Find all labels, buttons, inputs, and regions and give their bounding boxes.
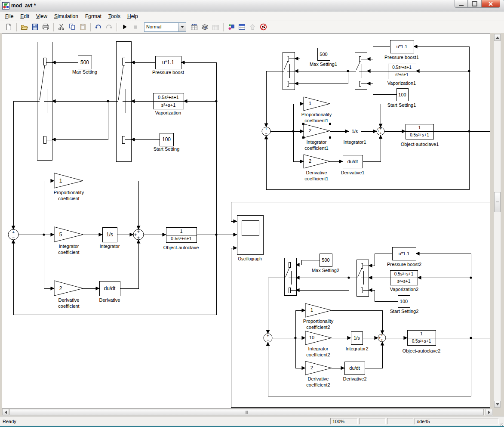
scope-oscillograph-block[interactable] bbox=[237, 215, 263, 254]
scroll-left-button[interactable] bbox=[2, 409, 9, 415]
prop-coeff-value[interactable]: 1 bbox=[55, 176, 66, 186]
go-to-parent-button[interactable] bbox=[248, 22, 257, 32]
vaporization1-denominator[interactable]: s²+s+1 bbox=[388, 71, 415, 78]
derivative2-value[interactable]: du/dt bbox=[344, 362, 365, 374]
switch-e-block[interactable] bbox=[284, 258, 296, 295]
vertical-scroll-thumb[interactable] bbox=[494, 192, 501, 212]
integrator1-value[interactable]: 1/s bbox=[349, 125, 361, 138]
integrator2-value[interactable]: 1/s bbox=[351, 331, 363, 344]
switch-d-block[interactable] bbox=[355, 53, 367, 89]
deriv-coeff1-value[interactable]: 2 bbox=[305, 157, 315, 165]
new-model-button[interactable] bbox=[4, 22, 13, 32]
pressure-boost2-label: Pressure boost2 bbox=[378, 261, 430, 267]
menu-bar: File Edit View Simulation Format Tools H… bbox=[0, 12, 504, 21]
vertical-scrollbar[interactable] bbox=[494, 34, 501, 408]
vaporization-denominator[interactable]: s²+s+1 bbox=[154, 102, 183, 108]
menu-edit[interactable]: Edit bbox=[17, 12, 33, 20]
sum1-pid[interactable]: + + + bbox=[377, 127, 384, 136]
remove-highlighting-button[interactable] bbox=[259, 22, 268, 32]
scroll-down-button[interactable] bbox=[494, 401, 501, 408]
int-coeff-value[interactable]: 5 bbox=[55, 230, 66, 239]
prop-coeff2-value[interactable]: 1 bbox=[307, 306, 317, 314]
paste-button[interactable] bbox=[78, 22, 87, 32]
object-autoclave1-numerator[interactable]: 1 bbox=[406, 124, 433, 131]
horizontal-scrollbar[interactable] bbox=[2, 408, 493, 416]
switch-f-block[interactable] bbox=[356, 260, 369, 296]
title-bar[interactable]: mod_avt * bbox=[0, 0, 504, 12]
cut-button[interactable] bbox=[57, 22, 66, 32]
constant-start-setting1-value[interactable]: 100 bbox=[396, 88, 408, 101]
menu-tools[interactable]: Tools bbox=[105, 12, 124, 20]
copy-icon bbox=[68, 23, 76, 31]
menu-format[interactable]: Format bbox=[82, 12, 105, 20]
vaporization-numerator[interactable]: 0.5s²+s+1 bbox=[154, 93, 183, 101]
horizontal-scroll-thumb[interactable] bbox=[9, 409, 484, 415]
int-coeff2-value[interactable]: 10 bbox=[306, 333, 318, 342]
open-button[interactable] bbox=[20, 22, 29, 32]
object-autoclave-numerator[interactable]: 1 bbox=[166, 228, 196, 235]
int-coeff1-value[interactable]: 2 bbox=[305, 126, 315, 135]
object-autoclave1-denominator[interactable]: 0.5s²+s+1 bbox=[406, 132, 433, 138]
vaporization1-numerator[interactable]: 0.5s²+s+1 bbox=[388, 64, 415, 71]
vaporization2-denominator[interactable]: s²+s+1 bbox=[390, 278, 417, 284]
sum-main-input[interactable]: + − bbox=[8, 229, 18, 240]
sum-main-pid[interactable]: + + + bbox=[133, 229, 144, 240]
start-simulation-button[interactable] bbox=[120, 22, 129, 32]
constant-max-setting-value[interactable]: 500 bbox=[78, 56, 92, 69]
sum2-input[interactable]: + − bbox=[264, 334, 272, 342]
simulation-mode-dropdown[interactable]: Normal bbox=[144, 22, 186, 32]
deriv-coeff2-value[interactable]: 2 bbox=[307, 363, 317, 372]
object-autoclave-denominator[interactable]: 0.5s²+s+1 bbox=[166, 235, 196, 242]
menu-simulation[interactable]: Simulation bbox=[51, 12, 82, 20]
start-setting2-label: Start Setting2 bbox=[378, 308, 430, 314]
deriv-coeff-value[interactable]: 2 bbox=[55, 284, 66, 293]
toolbar-separator bbox=[53, 23, 54, 31]
sum2-pid[interactable]: + + + bbox=[378, 333, 386, 342]
pressure-boost1-value[interactable]: u*1.1 bbox=[390, 40, 414, 53]
pressure-boost2-value[interactable]: u*1.1 bbox=[392, 247, 416, 260]
stop-simulation-button[interactable] bbox=[131, 22, 140, 32]
constant-start-setting2-value[interactable]: 100 bbox=[398, 295, 410, 307]
close-button[interactable] bbox=[481, 0, 500, 8]
browser-toggle-button[interactable] bbox=[237, 22, 246, 32]
constant-max-setting2-value[interactable]: 500 bbox=[320, 254, 332, 266]
switch-c-block[interactable] bbox=[283, 52, 295, 90]
derivative-label: Derivative bbox=[88, 297, 131, 303]
svg-text:−: − bbox=[267, 338, 269, 342]
object-autoclave2-numerator[interactable]: 1 bbox=[408, 331, 435, 337]
scroll-right-button[interactable] bbox=[486, 409, 492, 415]
dropdown-button[interactable] bbox=[178, 23, 186, 31]
derivative1-value[interactable]: du/dt bbox=[343, 155, 363, 168]
debugger-button[interactable] bbox=[227, 22, 236, 32]
model-canvas[interactable]: + − + + + + − + + + bbox=[2, 34, 490, 408]
switch-a-block[interactable] bbox=[37, 42, 52, 160]
maximize-button[interactable] bbox=[468, 0, 481, 8]
model-browser-button[interactable] bbox=[211, 22, 220, 32]
vaporization2-numerator[interactable]: 0.5s²+s+1 bbox=[390, 270, 417, 277]
save-button[interactable] bbox=[31, 22, 40, 32]
toolbar-separator bbox=[117, 23, 117, 31]
update-diagram-button[interactable] bbox=[190, 22, 199, 32]
object-autoclave2-denominator[interactable]: 0.5s²+s+1 bbox=[408, 338, 435, 344]
prop-coeff-label: Proportionality coefficient bbox=[41, 189, 97, 201]
derivative-value[interactable]: du/dt bbox=[99, 281, 120, 296]
undo-button[interactable] bbox=[94, 22, 103, 32]
redo-button[interactable] bbox=[104, 22, 114, 32]
constant-max-setting1-value[interactable]: 500 bbox=[317, 48, 330, 60]
grid-disabled-icon bbox=[212, 23, 219, 31]
switch-b-block[interactable] bbox=[116, 41, 131, 161]
copy-button[interactable] bbox=[68, 22, 77, 32]
constant-start-setting-value[interactable]: 100 bbox=[160, 133, 173, 146]
menu-view[interactable]: View bbox=[33, 12, 51, 20]
minimize-button[interactable] bbox=[455, 0, 468, 8]
scroll-up-button[interactable] bbox=[494, 34, 501, 41]
sum1-input[interactable]: + − bbox=[262, 127, 270, 136]
integrator-value[interactable]: 1/s bbox=[102, 227, 117, 242]
menu-file[interactable]: File bbox=[2, 12, 17, 20]
menu-help[interactable]: Help bbox=[124, 12, 141, 20]
prop-coeff1-value[interactable]: 1 bbox=[305, 99, 315, 108]
pressure-boost-value[interactable]: u*1.1 bbox=[155, 56, 181, 69]
library-browser-button[interactable] bbox=[200, 22, 209, 32]
print-button[interactable] bbox=[41, 22, 50, 32]
pressure-boost1-label: Pressure boost1 bbox=[376, 54, 427, 60]
